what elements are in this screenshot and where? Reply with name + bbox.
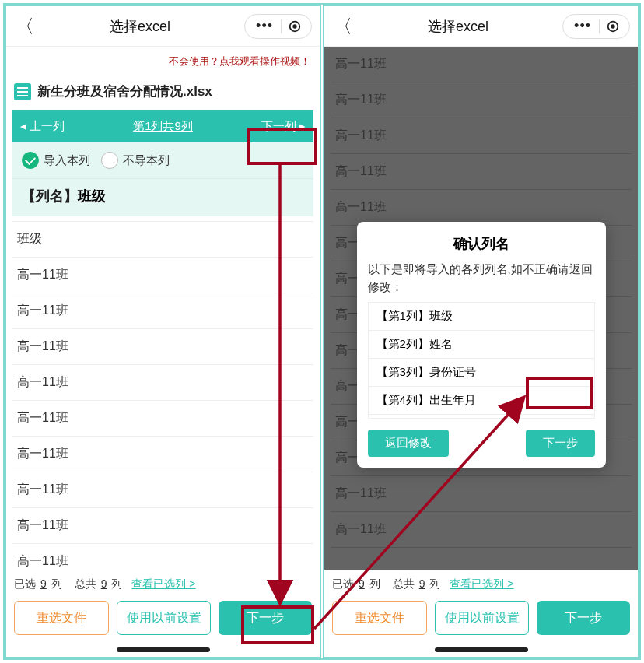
home-indicator bbox=[117, 647, 210, 652]
view-selected-link[interactable]: 查看已选列 > bbox=[131, 577, 195, 591]
column-navigator: ◂ 上一列 第1列共9列 下一列 ▸ bbox=[12, 110, 313, 142]
chevron-right-icon: ▸ bbox=[299, 119, 306, 133]
footer-actions: 重选文件 使用以前设置 下一步 bbox=[6, 591, 320, 647]
list-item: 高一11班 bbox=[12, 401, 313, 437]
reselect-file-button[interactable]: 重选文件 bbox=[14, 601, 109, 635]
modal-back-button[interactable]: 返回修改 bbox=[368, 430, 449, 457]
page-title: 选择excel bbox=[36, 17, 244, 36]
modal-column-list: 【第1列】班级 【第2列】姓名 【第3列】身份证号 【第4列】出生年月 【第5列… bbox=[368, 302, 595, 419]
total-prefix: 总共 bbox=[393, 577, 415, 591]
confirm-columns-modal: 确认列名 以下是即将导入的各列列名,如不正确请返回修改： 【第1列】班级 【第2… bbox=[357, 222, 606, 468]
list-item: 高一11班 bbox=[12, 365, 313, 401]
selected-file-name: 新生分班及宿舍分配情况.xlsx bbox=[37, 82, 212, 100]
selected-suffix: 列 bbox=[369, 577, 380, 591]
list-item: 高一11班 bbox=[12, 258, 313, 293]
total-prefix: 总共 bbox=[75, 577, 96, 591]
reselect-file-button[interactable]: 重选文件 bbox=[332, 601, 427, 635]
footer-actions: 重选文件 使用以前设置 下一步 bbox=[324, 591, 638, 647]
modal-column-row: 【第4列】出生年月 bbox=[369, 387, 594, 415]
radio-unchecked-icon bbox=[101, 152, 118, 169]
modal-column-row: 【第3列】身份证号 bbox=[369, 359, 594, 387]
menu-dots-icon[interactable]: ••• bbox=[566, 18, 599, 34]
column-name-value[interactable]: 班级 bbox=[78, 188, 106, 204]
excel-file-icon bbox=[14, 83, 31, 100]
home-indicator bbox=[435, 647, 528, 652]
list-item: 高一11班 bbox=[12, 293, 313, 329]
menu-dots-icon[interactable]: ••• bbox=[248, 18, 281, 34]
next-column-button[interactable]: 下一列 ▸ bbox=[261, 119, 306, 134]
total-suffix: 列 bbox=[111, 577, 122, 591]
app-header: 〈 选择excel ••• bbox=[324, 6, 638, 47]
prev-column-button[interactable]: ◂ 上一列 bbox=[20, 119, 65, 134]
use-previous-settings-button[interactable]: 使用以前设置 bbox=[435, 601, 530, 635]
miniapp-capsule[interactable]: ••• bbox=[244, 14, 312, 39]
list-item: 高一11班 bbox=[12, 544, 313, 570]
next-step-button[interactable]: 下一步 bbox=[537, 601, 630, 635]
use-previous-settings-button[interactable]: 使用以前设置 bbox=[117, 601, 212, 635]
selected-suffix: 列 bbox=[51, 577, 62, 591]
selected-count: 9 bbox=[40, 577, 47, 590]
modal-column-row: 【第2列】姓名 bbox=[369, 331, 594, 359]
modal-title: 确认列名 bbox=[368, 234, 595, 253]
close-target-icon[interactable] bbox=[600, 19, 626, 33]
modal-next-button[interactable]: 下一步 bbox=[526, 430, 595, 457]
next-step-button[interactable]: 下一步 bbox=[219, 601, 312, 635]
total-suffix: 列 bbox=[429, 577, 440, 591]
selection-summary: 已选9列 总共9列 查看已选列 > bbox=[6, 570, 320, 591]
selected-prefix: 已选 bbox=[14, 577, 36, 591]
svg-point-1 bbox=[292, 24, 296, 28]
list-item: 高一11班 bbox=[12, 472, 313, 508]
list-item: 高一11班 bbox=[12, 329, 313, 365]
radio-checked-icon bbox=[22, 152, 39, 169]
modal-buttons: 返回修改 下一步 bbox=[368, 430, 595, 457]
modal-column-row: 【第5列】性别 bbox=[369, 415, 594, 419]
modal-description: 以下是即将导入的各列列名,如不正确请返回修改： bbox=[368, 261, 595, 296]
skip-label: 不导本列 bbox=[123, 153, 170, 168]
total-count: 9 bbox=[101, 577, 107, 590]
data-preview-list: 班级 高一11班 高一11班 高一11班 高一11班 高一11班 高一11班 高… bbox=[12, 221, 313, 570]
selection-summary: 已选9列 总共9列 查看已选列 > bbox=[324, 570, 638, 591]
selected-count: 9 bbox=[359, 577, 365, 590]
next-column-label: 下一列 bbox=[261, 119, 296, 134]
import-this-column-radio[interactable]: 导入本列 bbox=[22, 152, 90, 169]
selected-prefix: 已选 bbox=[332, 577, 354, 591]
list-item: 高一11班 bbox=[12, 437, 313, 472]
skip-this-column-radio[interactable]: 不导本列 bbox=[101, 152, 170, 169]
back-icon[interactable]: 〈 bbox=[14, 16, 36, 37]
back-icon[interactable]: 〈 bbox=[332, 16, 354, 37]
page-title: 选择excel bbox=[354, 17, 562, 36]
chevron-left-icon: ◂ bbox=[20, 119, 26, 133]
modal-column-row: 【第1列】班级 bbox=[369, 303, 594, 331]
view-selected-link[interactable]: 查看已选列 > bbox=[450, 577, 513, 591]
total-count: 9 bbox=[419, 577, 425, 590]
prev-column-label: 上一列 bbox=[30, 119, 65, 134]
column-position-link[interactable]: 第1列共9列 bbox=[133, 119, 193, 134]
import-label: 导入本列 bbox=[44, 153, 90, 168]
miniapp-capsule[interactable]: ••• bbox=[562, 14, 630, 39]
help-video-link[interactable]: 不会使用？点我观看操作视频！ bbox=[6, 47, 320, 76]
close-target-icon[interactable] bbox=[282, 19, 308, 33]
screenshot-right: 〈 选择excel ••• 高一11班 高一11班 高一11班 高一11班 高一… bbox=[323, 5, 639, 658]
list-item: 班级 bbox=[12, 222, 313, 258]
svg-point-3 bbox=[611, 24, 614, 28]
screenshot-left: 〈 选择excel ••• 不会使用？点我观看操作视频！ 新生分班及宿舍分配情况… bbox=[5, 5, 321, 658]
column-name-row: 【列名】班级 bbox=[12, 178, 313, 216]
column-name-prefix: 【列名】 bbox=[22, 188, 78, 204]
list-item: 高一11班 bbox=[12, 508, 313, 544]
selected-file-row: 新生分班及宿舍分配情况.xlsx bbox=[6, 76, 320, 110]
app-header: 〈 选择excel ••• bbox=[6, 6, 320, 47]
import-option-row: 导入本列 不导本列 bbox=[12, 142, 313, 178]
